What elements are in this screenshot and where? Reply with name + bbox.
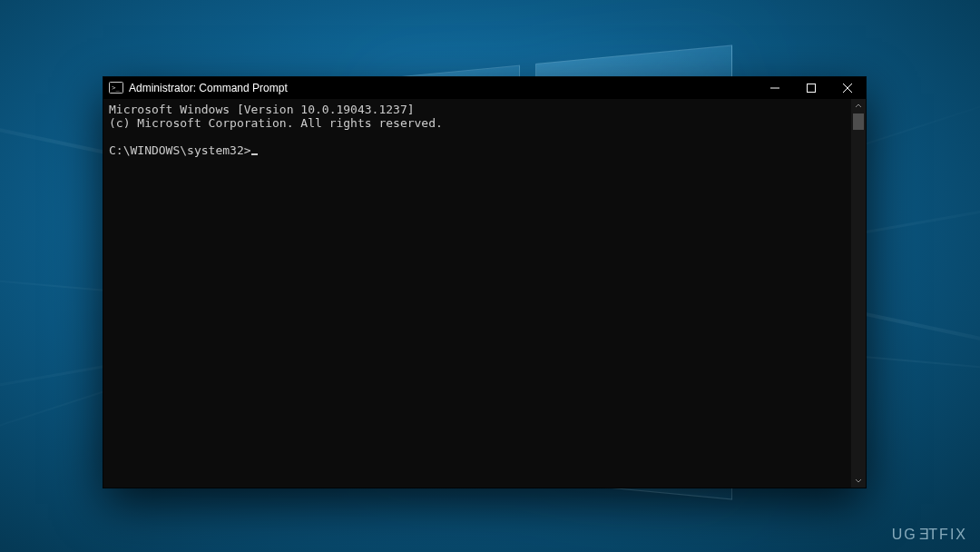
svg-text:>_: >_ [112, 84, 120, 92]
console-line: (c) Microsoft Corporation. All rights re… [109, 116, 443, 130]
close-button[interactable] [829, 77, 866, 99]
chevron-down-icon [855, 477, 862, 484]
svg-rect-3 [808, 84, 816, 93]
minimize-icon [770, 84, 779, 93]
watermark-text: UGETFIX [892, 527, 967, 543]
command-prompt-icon: >_ [109, 81, 123, 95]
console-output[interactable]: Microsoft Windows [Version 10.0.19043.12… [103, 99, 851, 488]
scroll-down-button[interactable] [851, 473, 866, 488]
text-cursor [251, 153, 258, 155]
maximize-button[interactable] [793, 77, 829, 99]
watermark-segment: TFIX [928, 527, 967, 542]
console-line: Microsoft Windows [Version 10.0.19043.12… [109, 103, 415, 116]
command-prompt-window: >_ Administrator: Command Prompt [103, 77, 866, 488]
window-controls [757, 77, 866, 99]
window-title: Administrator: Command Prompt [129, 82, 288, 94]
svg-rect-2 [770, 88, 779, 89]
titlebar[interactable]: >_ Administrator: Command Prompt [103, 77, 866, 99]
console-prompt: C:\WINDOWS\system32> [109, 143, 251, 157]
maximize-icon [807, 84, 816, 93]
close-icon [843, 84, 852, 93]
watermark-segment: E [917, 527, 929, 543]
watermark-segment: UG [892, 527, 917, 542]
minimize-button[interactable] [757, 77, 793, 99]
scrollbar-thumb[interactable] [853, 113, 864, 130]
vertical-scrollbar[interactable] [851, 99, 866, 488]
chevron-up-icon [855, 103, 862, 110]
scroll-up-button[interactable] [851, 99, 866, 113]
